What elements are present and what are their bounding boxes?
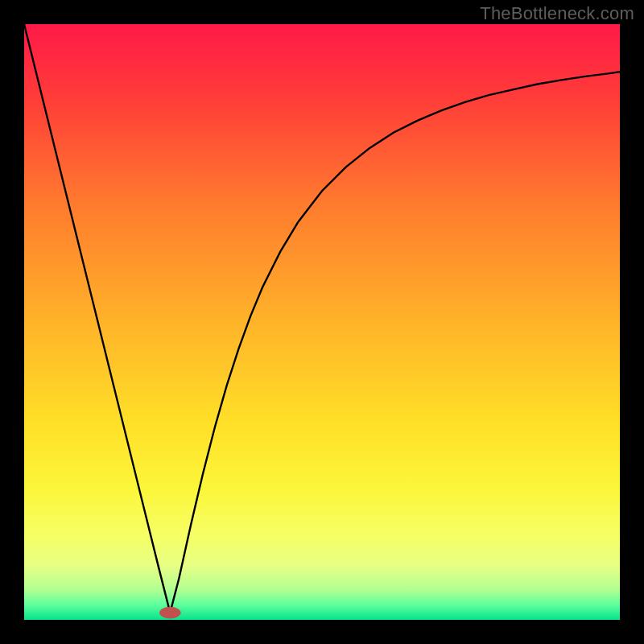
bottleneck-chart (24, 24, 620, 620)
optimal-point-marker (159, 607, 181, 619)
watermark-text: TheBottleneck.com (480, 3, 634, 24)
gradient-background (24, 24, 620, 620)
chart-frame (24, 24, 620, 620)
